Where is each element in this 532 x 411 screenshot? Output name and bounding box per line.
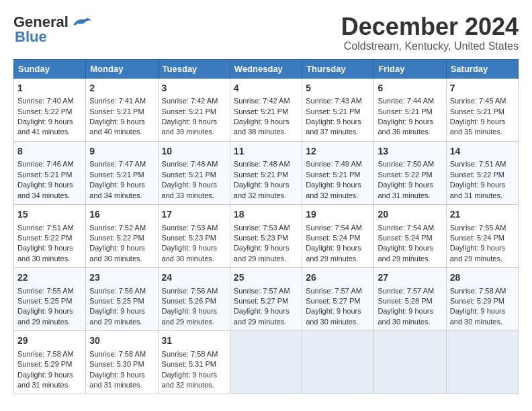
sunset: Sunset: 5:24 PM: [450, 234, 504, 242]
day-number: 26: [306, 271, 370, 285]
sunset: Sunset: 5:29 PM: [450, 297, 504, 305]
daylight: Daylight: 9 hours and 34 minutes.: [89, 181, 145, 199]
day-number: 16: [89, 208, 154, 222]
sunset: Sunset: 5:21 PM: [162, 171, 216, 179]
day-number: 25: [234, 271, 298, 285]
calendar-week-2: 8Sunrise: 7:46 AMSunset: 5:21 PMDaylight…: [14, 141, 519, 204]
day-number: 12: [306, 145, 370, 158]
sunrise: Sunrise: 7:56 AM: [162, 287, 218, 295]
sunrise: Sunrise: 7:45 AM: [450, 97, 506, 105]
calendar-cell: 25Sunrise: 7:57 AMSunset: 5:27 PMDayligh…: [230, 268, 302, 331]
calendar-cell: [446, 331, 518, 394]
day-number: 30: [89, 334, 154, 348]
sunrise: Sunrise: 7:54 AM: [306, 224, 362, 232]
sunrise: Sunrise: 7:41 AM: [89, 97, 146, 105]
calendar-cell: 15Sunrise: 7:51 AMSunset: 5:22 PMDayligh…: [14, 204, 86, 267]
sunset: Sunset: 5:28 PM: [378, 297, 432, 305]
page-title: December 2024: [341, 13, 519, 40]
header-thursday: Thursday: [302, 59, 374, 78]
day-number: 9: [89, 145, 154, 158]
day-number: 18: [234, 208, 298, 222]
daylight: Daylight: 9 hours and 34 minutes.: [17, 181, 73, 199]
daylight: Daylight: 9 hours and 31 minutes.: [89, 371, 145, 389]
sunrise: Sunrise: 7:43 AM: [306, 97, 362, 105]
daylight: Daylight: 9 hours and 31 minutes.: [17, 371, 73, 389]
calendar-cell: 9Sunrise: 7:47 AMSunset: 5:21 PMDaylight…: [86, 141, 158, 204]
sunset: Sunset: 5:21 PM: [234, 107, 288, 116]
sunrise: Sunrise: 7:50 AM: [378, 160, 434, 168]
daylight: Daylight: 9 hours and 29 minutes.: [17, 307, 73, 325]
sunset: Sunset: 5:31 PM: [162, 360, 216, 368]
sunset: Sunset: 5:21 PM: [89, 107, 144, 116]
day-number: 7: [450, 82, 515, 95]
daylight: Daylight: 9 hours and 38 minutes.: [234, 118, 290, 136]
calendar-cell: 11Sunrise: 7:48 AMSunset: 5:21 PMDayligh…: [230, 141, 302, 204]
day-number: 27: [378, 271, 442, 285]
sunset: Sunset: 5:22 PM: [17, 107, 72, 116]
calendar-cell: 22Sunrise: 7:55 AMSunset: 5:25 PMDayligh…: [14, 268, 86, 331]
sunset: Sunset: 5:25 PM: [89, 297, 144, 305]
sunset: Sunset: 5:27 PM: [306, 297, 360, 305]
daylight: Daylight: 9 hours and 29 minutes.: [450, 244, 506, 262]
sunset: Sunset: 5:23 PM: [234, 234, 288, 242]
sunrise: Sunrise: 7:53 AM: [162, 224, 218, 232]
sunrise: Sunrise: 7:57 AM: [306, 287, 362, 295]
day-number: 17: [162, 208, 226, 222]
sunset: Sunset: 5:21 PM: [450, 107, 504, 116]
daylight: Daylight: 9 hours and 32 minutes.: [234, 181, 290, 199]
sunset: Sunset: 5:21 PM: [378, 107, 432, 116]
calendar-week-3: 15Sunrise: 7:51 AMSunset: 5:22 PMDayligh…: [14, 204, 519, 267]
sunrise: Sunrise: 7:52 AM: [89, 224, 146, 232]
calendar-cell: 5Sunrise: 7:43 AMSunset: 5:21 PMDaylight…: [302, 78, 374, 141]
sunrise: Sunrise: 7:56 AM: [89, 287, 146, 295]
day-number: 19: [306, 208, 370, 222]
day-number: 24: [162, 271, 226, 285]
page-subtitle: Coldstream, Kentucky, United States: [341, 40, 519, 52]
calendar-cell: 4Sunrise: 7:42 AMSunset: 5:21 PMDaylight…: [230, 78, 302, 141]
daylight: Daylight: 9 hours and 32 minutes.: [306, 181, 361, 199]
sunset: Sunset: 5:21 PM: [234, 171, 288, 179]
daylight: Daylight: 9 hours and 29 minutes.: [162, 307, 218, 325]
calendar-cell: 10Sunrise: 7:48 AMSunset: 5:21 PMDayligh…: [158, 141, 230, 204]
daylight: Daylight: 9 hours and 29 minutes.: [378, 244, 433, 262]
calendar-cell: 8Sunrise: 7:46 AMSunset: 5:21 PMDaylight…: [14, 141, 86, 204]
daylight: Daylight: 9 hours and 33 minutes.: [162, 181, 218, 199]
calendar-cell: 3Sunrise: 7:42 AMSunset: 5:21 PMDaylight…: [158, 78, 230, 141]
sunrise: Sunrise: 7:57 AM: [234, 287, 290, 295]
day-number: 10: [162, 145, 226, 158]
calendar-cell: 21Sunrise: 7:55 AMSunset: 5:24 PMDayligh…: [446, 204, 518, 267]
daylight: Daylight: 9 hours and 32 minutes.: [162, 371, 218, 389]
daylight: Daylight: 9 hours and 35 minutes.: [450, 118, 506, 136]
calendar-cell: 13Sunrise: 7:50 AMSunset: 5:22 PMDayligh…: [374, 141, 446, 204]
sunset: Sunset: 5:22 PM: [378, 171, 432, 179]
calendar-cell: 17Sunrise: 7:53 AMSunset: 5:23 PMDayligh…: [158, 204, 230, 267]
sunrise: Sunrise: 7:58 AM: [89, 350, 146, 358]
daylight: Daylight: 9 hours and 30 minutes.: [17, 244, 73, 262]
calendar-cell: 20Sunrise: 7:54 AMSunset: 5:24 PMDayligh…: [374, 204, 446, 267]
calendar-cell: 24Sunrise: 7:56 AMSunset: 5:26 PMDayligh…: [158, 268, 230, 331]
day-number: 20: [378, 208, 442, 222]
sunset: Sunset: 5:24 PM: [378, 234, 432, 242]
day-number: 21: [450, 208, 515, 222]
calendar-cell: 7Sunrise: 7:45 AMSunset: 5:21 PMDaylight…: [446, 78, 518, 141]
day-number: 13: [378, 145, 442, 158]
sunrise: Sunrise: 7:51 AM: [17, 224, 74, 232]
page-header: General Blue December 2024 Coldstream, K…: [13, 13, 519, 52]
calendar-table: Sunday Monday Tuesday Wednesday Thursday…: [13, 59, 519, 395]
sunset: Sunset: 5:30 PM: [89, 360, 144, 368]
calendar-cell: [230, 331, 302, 394]
header-friday: Friday: [374, 59, 446, 78]
sunset: Sunset: 5:29 PM: [17, 360, 72, 368]
calendar-cell: 26Sunrise: 7:57 AMSunset: 5:27 PMDayligh…: [302, 268, 374, 331]
day-number: 5: [306, 82, 370, 95]
daylight: Daylight: 9 hours and 30 minutes.: [89, 244, 145, 262]
day-number: 22: [17, 271, 82, 285]
sunset: Sunset: 5:22 PM: [17, 234, 72, 242]
sunrise: Sunrise: 7:47 AM: [89, 160, 146, 168]
calendar-cell: 6Sunrise: 7:44 AMSunset: 5:21 PMDaylight…: [374, 78, 446, 141]
title-block: December 2024 Coldstream, Kentucky, Unit…: [341, 13, 519, 52]
calendar-cell: 28Sunrise: 7:58 AMSunset: 5:29 PMDayligh…: [446, 268, 518, 331]
sunrise: Sunrise: 7:53 AM: [234, 224, 290, 232]
daylight: Daylight: 9 hours and 29 minutes.: [234, 307, 290, 325]
daylight: Daylight: 9 hours and 39 minutes.: [162, 118, 218, 136]
